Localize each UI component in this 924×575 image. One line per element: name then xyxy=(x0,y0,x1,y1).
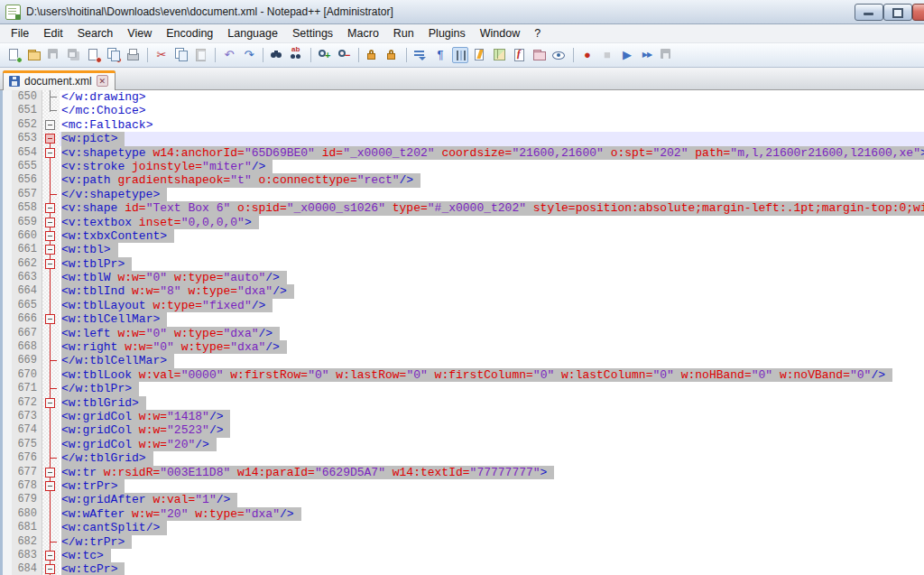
code-text[interactable]: <w:tcPr> xyxy=(60,562,924,575)
code-line[interactable]: 652<mc:Fallback> xyxy=(3,118,924,132)
code-line[interactable]: 658<v:shape id="Text Box 6" o:spid="_x00… xyxy=(3,201,924,215)
print-icon[interactable] xyxy=(125,47,142,63)
line-number[interactable]: 653 xyxy=(12,132,42,145)
fold-margin[interactable] xyxy=(42,327,60,340)
fold-margin[interactable] xyxy=(42,466,60,479)
save-file-icon[interactable] xyxy=(46,47,62,63)
line-number[interactable]: 664 xyxy=(12,284,42,298)
bookmark-margin[interactable] xyxy=(3,118,12,132)
word-wrap-icon[interactable] xyxy=(412,47,429,63)
fold-margin[interactable] xyxy=(42,271,60,284)
line-number[interactable]: 655 xyxy=(12,160,42,173)
line-number[interactable]: 673 xyxy=(12,410,42,423)
code-line[interactable]: 657</v:shapetype> xyxy=(3,188,924,201)
line-number[interactable]: 654 xyxy=(12,146,42,160)
code-line[interactable]: 664<w:tblInd w:w="8" w:type="dxa"/> xyxy=(3,284,924,298)
code-text[interactable]: <v:shape id="Text Box 6" o:spid="_x0000_… xyxy=(60,201,924,215)
run-macro-multiple-times-icon[interactable]: ▶▶ xyxy=(639,47,655,63)
code-text[interactable]: <w:gridAfter w:val="1"/> xyxy=(60,493,924,506)
code-line[interactable]: 662<w:tblPr> xyxy=(3,257,924,271)
bookmark-margin[interactable] xyxy=(3,507,12,521)
line-number[interactable]: 668 xyxy=(12,340,42,354)
bookmark-margin[interactable] xyxy=(3,90,12,104)
bookmark-margin[interactable] xyxy=(3,410,12,423)
bookmark-margin[interactable] xyxy=(3,312,12,326)
record-macro-icon[interactable]: ● xyxy=(579,47,596,63)
bookmark-margin[interactable] xyxy=(3,327,12,340)
maximize-button[interactable] xyxy=(883,4,912,21)
find-icon[interactable] xyxy=(269,47,285,63)
fold-margin[interactable] xyxy=(42,312,60,326)
bookmark-margin[interactable] xyxy=(3,243,12,256)
bookmark-margin[interactable] xyxy=(3,396,12,410)
fold-margin[interactable] xyxy=(42,368,60,382)
line-number[interactable]: 680 xyxy=(12,507,42,521)
paste-icon[interactable] xyxy=(193,47,209,63)
menu-item-plugins[interactable]: Plugins xyxy=(421,25,473,42)
line-number[interactable]: 652 xyxy=(12,118,42,132)
code-text[interactable]: </mc:Choice> xyxy=(60,104,924,117)
code-text[interactable]: </w:tblCellMar> xyxy=(60,354,924,367)
bookmark-margin[interactable] xyxy=(3,284,12,298)
code-line[interactable]: 674<w:gridCol w:w="2523"/> xyxy=(3,423,924,437)
fold-margin[interactable] xyxy=(42,549,60,562)
menu-item-search[interactable]: Search xyxy=(70,25,121,42)
bookmark-margin[interactable] xyxy=(3,340,12,354)
bookmark-margin[interactable] xyxy=(3,521,12,534)
line-number[interactable]: 657 xyxy=(12,188,42,201)
code-text[interactable]: <w:tblLook w:val="0000" w:firstRow="0" w… xyxy=(60,368,924,382)
code-line[interactable]: 681<w:cantSplit/> xyxy=(3,521,924,534)
code-line[interactable]: 672<w:tblGrid> xyxy=(3,396,924,410)
folder-as-workspace-icon[interactable] xyxy=(531,47,548,63)
bookmark-margin[interactable] xyxy=(3,271,12,284)
code-text[interactable]: <v:stroke joinstyle="miter"/> xyxy=(60,160,924,173)
line-number[interactable]: 675 xyxy=(12,438,42,451)
fold-margin[interactable] xyxy=(42,132,60,145)
fold-margin[interactable] xyxy=(42,243,60,256)
fold-margin[interactable] xyxy=(42,229,60,243)
bookmark-margin[interactable] xyxy=(3,451,12,465)
code-line[interactable]: 673<w:gridCol w:w="1418"/> xyxy=(3,410,924,423)
menu-item-macro[interactable]: Macro xyxy=(340,25,386,42)
fold-margin[interactable] xyxy=(42,438,60,451)
code-line[interactable]: 667<w:left w:w="0" w:type="dxa"/> xyxy=(3,327,924,340)
line-number[interactable]: 662 xyxy=(12,257,42,271)
code-text[interactable]: <w:tblInd w:w="8" w:type="dxa"/> xyxy=(60,284,924,298)
bookmark-margin[interactable] xyxy=(3,146,12,160)
code-line[interactable]: 676</w:tblGrid> xyxy=(3,451,924,465)
fold-margin[interactable] xyxy=(42,354,60,367)
code-text[interactable]: <w:tblPr> xyxy=(60,257,924,271)
code-text[interactable]: <w:tblGrid> xyxy=(60,396,924,410)
fold-margin[interactable] xyxy=(42,188,60,201)
menu-item-edit[interactable]: Edit xyxy=(36,25,70,42)
code-line[interactable]: 661<w:tbl> xyxy=(3,243,924,256)
code-text[interactable]: <w:tr w:rsidR="003E11D8" w14:paraId="662… xyxy=(60,466,924,479)
fold-margin[interactable] xyxy=(42,146,60,160)
save-all-icon[interactable] xyxy=(66,47,82,63)
menu-item-file[interactable]: File xyxy=(4,25,36,42)
code-text[interactable]: </w:tblGrid> xyxy=(60,451,924,465)
fold-margin[interactable] xyxy=(42,284,60,298)
fold-margin[interactable] xyxy=(42,396,60,410)
bookmark-margin[interactable] xyxy=(3,493,12,506)
bookmark-margin[interactable] xyxy=(3,188,12,201)
save-recorded-macro-icon[interactable] xyxy=(659,47,675,63)
bookmark-margin[interactable] xyxy=(3,549,12,562)
copy-icon[interactable] xyxy=(173,47,189,63)
menu-item-encoding[interactable]: Encoding xyxy=(159,25,220,42)
bookmark-margin[interactable] xyxy=(3,173,12,187)
fold-margin[interactable] xyxy=(42,90,60,104)
bookmark-margin[interactable] xyxy=(3,438,12,451)
line-number[interactable]: 650 xyxy=(12,90,42,104)
close-file-icon[interactable] xyxy=(86,47,102,63)
menu-item-window[interactable]: Window xyxy=(473,25,527,42)
code-text[interactable]: <w:left w:w="0" w:type="dxa"/> xyxy=(60,327,924,340)
fold-margin[interactable] xyxy=(42,104,60,117)
new-file-icon[interactable] xyxy=(6,47,23,63)
bookmark-margin[interactable] xyxy=(3,229,12,243)
tab-close-icon[interactable]: ✕ xyxy=(97,75,108,87)
code-text[interactable]: <w:tbl> xyxy=(60,243,924,256)
bookmark-margin[interactable] xyxy=(3,479,12,493)
line-number[interactable]: 671 xyxy=(12,382,42,395)
code-line[interactable]: 655<v:stroke joinstyle="miter"/> xyxy=(3,160,924,173)
